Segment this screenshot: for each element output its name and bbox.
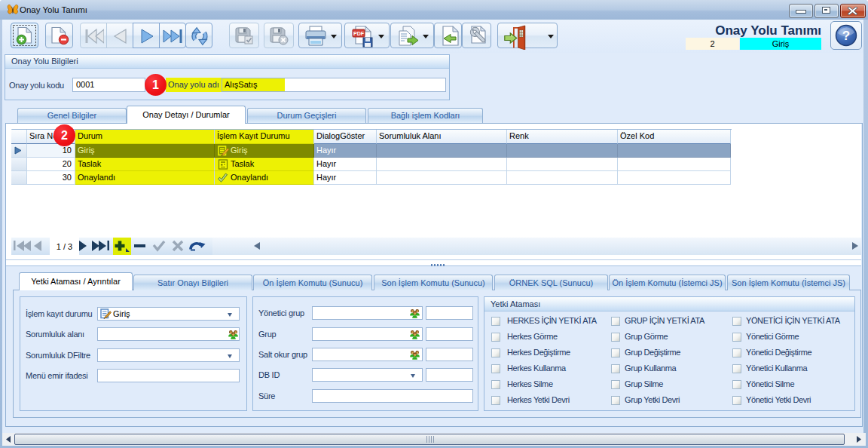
svg-text:PDF: PDF bbox=[353, 31, 365, 36]
svg-text:?: ? bbox=[842, 29, 850, 43]
